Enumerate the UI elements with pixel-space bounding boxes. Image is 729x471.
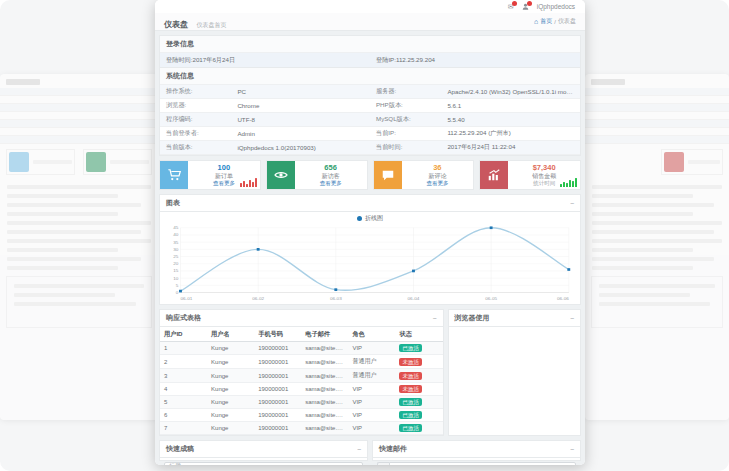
chart-legend: 折线图 — [164, 214, 576, 223]
quick-mail-title: 快速邮件 — [379, 444, 407, 454]
ghost-info-rows — [585, 88, 729, 144]
system-section-title: 系统信息 — [160, 68, 580, 85]
system-label: 服务器: — [370, 85, 441, 99]
cell-name: Kunge — [207, 396, 254, 409]
draft-title-input[interactable] — [164, 462, 363, 465]
stat-card-sales: $7,340 销售金额 统计时间 — [479, 160, 581, 190]
ghost-editor-box — [591, 276, 723, 328]
chart-panel-title: 图表 — [166, 198, 180, 208]
system-value: 5.5.40 — [441, 113, 580, 127]
svg-text:35: 35 — [173, 240, 179, 245]
cell-email: sama@site.com — [301, 422, 348, 435]
quick-draft-panel: 快速成稿 − + ▾∞▣标题 ▾BIA ▾▤▥▩≔≣▦⇤⇥Ŧ 0 WORDS 发… — [159, 440, 368, 461]
cell-role: VIP — [348, 396, 395, 409]
user-table-panel: 响应式表格 − 用户ID用户名手机号码电子邮件角色状态 1Kunge190000… — [159, 309, 444, 436]
browser-usage-panel: 浏览器使用 − — [448, 309, 581, 436]
system-value: 112.25.29.204 (广州市) — [441, 127, 580, 141]
status-badge: 未激活 — [399, 358, 422, 366]
ghost-info-rows — [0, 88, 158, 144]
cell-id: 4 — [160, 383, 207, 396]
ghost-stat-card — [661, 149, 723, 175]
dashboard-window: ✉ iQphpdedocs 仪表盘 仪表盘首页 ⌂ 首页 / 仪表盘 登录信息 — [155, 0, 585, 465]
topbar: ✉ iQphpdedocs — [155, 0, 585, 13]
column-header: 状态 — [395, 327, 442, 342]
user-icon[interactable] — [522, 3, 529, 10]
cell-role: VIP — [348, 383, 395, 396]
ghost-table-rows — [585, 185, 729, 270]
cell-email: sama@site.com — [301, 369, 348, 383]
system-value: UTF-8 — [231, 113, 370, 127]
collapse-icon[interactable]: − — [570, 446, 574, 453]
svg-text:06-04: 06-04 — [408, 296, 420, 301]
system-value: Admin — [231, 127, 370, 141]
table-row: 1Kunge190000001sama@site.comVIP已激活 — [160, 342, 443, 355]
cell-phone: 190000001 — [254, 369, 301, 383]
ghost-editor-box — [6, 276, 152, 328]
collapse-icon[interactable]: − — [570, 315, 574, 322]
stat-label: 新评论 — [428, 173, 446, 181]
cell-id: 7 — [160, 422, 207, 435]
cell-phone: 190000001 — [254, 342, 301, 355]
system-label: 程序编码: — [160, 113, 231, 127]
ghost-red-icon — [664, 152, 684, 172]
table-row: 2Kunge190000001sama@site.com普通用户未激活 — [160, 355, 443, 369]
stat-value: 656 — [324, 163, 337, 172]
breadcrumb-separator: / — [554, 19, 556, 25]
status-badge: 未激活 — [399, 385, 422, 393]
view-more-link[interactable]: 查看更多 — [320, 180, 342, 187]
system-value: Chrome — [231, 99, 370, 113]
svg-text:30: 30 — [173, 247, 179, 252]
page-content: 登录信息 登陆时间:2017年6月24日 登陆IP:112.25.29.204 … — [155, 31, 585, 465]
cell-email: sama@site.com — [301, 383, 348, 396]
bottom-row: 快速成稿 − + ▾∞▣标题 ▾BIA ▾▤▥▩≔≣▦⇤⇥Ŧ 0 WORDS 发… — [159, 440, 581, 461]
ghost-card-row — [0, 144, 158, 180]
legend-dot — [357, 216, 362, 221]
svg-text:06-02: 06-02 — [252, 296, 264, 301]
user-table-title: 响应式表格 — [166, 313, 201, 323]
cell-phone: 190000001 — [254, 396, 301, 409]
chart-panel: 图表 − 折线图 05101520253035404506-0106-0206-… — [159, 194, 581, 305]
browser-usage-title: 浏览器使用 — [455, 313, 490, 323]
collapse-icon[interactable]: − — [432, 315, 436, 322]
page-subtitle: 仪表盘首页 — [196, 22, 226, 28]
view-more-link[interactable]: 查看更多 — [213, 180, 235, 187]
system-row: 当前版本:iQphpdedocs 1.0(20170903)当前时间:2017年… — [160, 141, 580, 155]
stat-value: 36 — [433, 163, 441, 172]
cell-email: sama@site.com — [301, 409, 348, 422]
middle-row: 响应式表格 − 用户ID用户名手机号码电子邮件角色状态 1Kunge190000… — [159, 309, 581, 436]
ghost-blue-icon — [9, 152, 29, 172]
cell-name: Kunge — [207, 342, 254, 355]
mail-address-input[interactable] — [389, 462, 576, 465]
view-more-link[interactable]: 查看更多 — [426, 180, 448, 187]
bar-chart-icon — [480, 161, 508, 189]
cell-role: VIP — [348, 342, 395, 355]
svg-text:06-03: 06-03 — [330, 296, 342, 301]
status-badge: 已激活 — [399, 344, 422, 352]
cell-name: Kunge — [207, 369, 254, 383]
stat-label: 销售金额 — [532, 173, 556, 181]
system-row: 当前登录者:Admin当前IP:112.25.29.204 (广州市) — [160, 127, 580, 141]
stat-value: $7,340 — [533, 163, 556, 172]
stat-card-orders: 100 新订单 查看更多 — [159, 160, 261, 190]
cell-email: sama@site.com — [301, 342, 348, 355]
brand-label[interactable]: iQphpdedocs — [537, 3, 575, 10]
column-header: 角色 — [348, 327, 395, 342]
ghost-stat-card — [6, 149, 75, 175]
breadcrumb-home-link[interactable]: 首页 — [540, 17, 552, 26]
page-title: 仪表盘 — [164, 20, 188, 29]
collapse-icon[interactable]: − — [357, 446, 361, 453]
stat-value: 100 — [218, 163, 231, 172]
collapse-icon[interactable]: − — [570, 200, 574, 207]
table-row: 5Kunge190000001sama@site.comVIP已激活 — [160, 396, 443, 409]
mail-icon[interactable]: ✉ — [508, 3, 514, 10]
svg-text:5: 5 — [176, 283, 179, 288]
user-notification-badge — [527, 1, 532, 6]
cell-phone: 190000001 — [254, 409, 301, 422]
cell-id: 5 — [160, 396, 207, 409]
ghost-table-rows — [0, 185, 158, 270]
ghost-title-bar — [6, 79, 40, 85]
stat-label: 新访客 — [322, 173, 340, 181]
ghost-panel-right — [585, 74, 729, 420]
svg-text:06-01: 06-01 — [180, 296, 192, 301]
system-info-table: 操作系统:PC服务器:Apache/2.4.10 (Win32) OpenSSL… — [160, 85, 580, 155]
